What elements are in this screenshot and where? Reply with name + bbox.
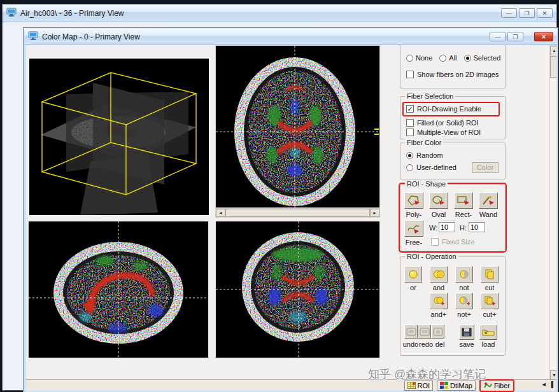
and-icon (432, 269, 445, 280)
poly-tool-button[interactable] (404, 192, 423, 209)
op-label: not+ (454, 311, 474, 318)
radio-icon (406, 55, 413, 62)
and-plus-icon (432, 295, 445, 307)
group-title: ROI - Operation (405, 253, 458, 260)
minimize-button[interactable]: — (501, 8, 517, 18)
minimize-button[interactable]: — (490, 32, 506, 41)
op-label: del (432, 340, 448, 348)
group-title: Fiber Selection (405, 92, 455, 100)
toolbar-grip-icon[interactable]: ▐ (549, 381, 553, 388)
sagittal-view-panel[interactable] (28, 221, 209, 358)
show-fibers-2d-checkbox[interactable]: Show fibers on 2D images (406, 71, 499, 78)
roi-or-button[interactable] (404, 266, 422, 283)
radio-icon (406, 152, 413, 159)
coronal-view-image (216, 221, 379, 358)
viewer-content: ◄ ► (26, 45, 556, 379)
radio-selected[interactable]: Selected (464, 54, 501, 62)
tool-label: Oval (427, 211, 450, 218)
roi-icon (407, 382, 416, 389)
roi-not-button[interactable] (455, 266, 473, 283)
fiber-selection-group: Fiber Selection ✓ ROI-Drawing Enable Fil… (400, 96, 506, 139)
colormap-window: Color Map - 0 - Primary View — ❐ ✕ (23, 27, 558, 392)
scroll-down-button[interactable]: ▼ (550, 370, 556, 379)
scroll-left-button[interactable]: ◄ (216, 209, 225, 217)
radio-all[interactable]: All (439, 54, 456, 62)
checkbox-icon (406, 71, 414, 78)
coronal-view-panel[interactable] (215, 221, 380, 358)
close-button[interactable]: ✕ (534, 32, 553, 41)
cut-plus-icon (483, 295, 496, 307)
dtimap-icon (440, 382, 448, 389)
desktop: Air_hc003\ - 36 - Primary View — ❐ ✕ Col… (0, 0, 559, 392)
colormap-window-icon (28, 31, 38, 42)
hscroll-track[interactable] (225, 209, 370, 217)
rect-tool-icon (456, 194, 471, 207)
height-label: H: (460, 224, 467, 232)
roi-cut-plus-button[interactable] (481, 293, 499, 309)
oval-tool-icon (431, 194, 446, 207)
tool-label: Poly- (402, 211, 425, 218)
not-icon (458, 269, 471, 280)
color-button[interactable]: Color (472, 162, 499, 173)
fiber-display-group: None All Selected Show fibers (400, 45, 506, 88)
close-button[interactable]: ✕ (537, 8, 553, 18)
fiber-toolbar-button[interactable]: Fiber (481, 381, 513, 391)
roi-load-button[interactable] (479, 325, 497, 340)
control-panel-scrollbar[interactable]: ▲ ▼ (549, 45, 556, 379)
scroll-right-button[interactable]: ► (370, 209, 379, 217)
toolbar-overflow-left-icon[interactable]: ◄ (541, 381, 547, 388)
tool-label: Wand (477, 211, 500, 218)
maximize-button[interactable]: ❐ (507, 32, 523, 41)
tool-label: Rect- (452, 211, 475, 218)
op-label: save (458, 340, 476, 348)
scroll-up-button[interactable]: ▲ (550, 46, 556, 55)
multiple-view-roi-checkbox[interactable]: Multiple-View of ROI (406, 129, 481, 136)
roi-and-plus-button[interactable] (430, 293, 448, 309)
vscroll-thumb[interactable] (550, 56, 556, 78)
op-label: or (403, 284, 423, 291)
roi-and-button[interactable] (430, 266, 448, 283)
tool-label: Free- (402, 239, 425, 246)
redo-icon (420, 328, 430, 336)
oval-tool-button[interactable] (429, 192, 448, 209)
cut-icon (483, 269, 496, 280)
op-label: not (454, 284, 474, 291)
axial-hscrollbar[interactable]: ◄ ► (215, 208, 380, 218)
radio-none[interactable]: None (406, 54, 432, 62)
main-window-titlebar[interactable]: Air_hc003\ - 36 - Primary View — ❐ ✕ (3, 4, 556, 22)
filled-roi-checkbox[interactable]: Filled (or Solid) ROI (406, 119, 479, 127)
freehand-tool-icon (406, 222, 421, 235)
view-3d-panel[interactable] (28, 57, 210, 216)
roi-del-button[interactable] (431, 325, 444, 339)
roi-not-plus-button[interactable] (455, 293, 473, 309)
colormap-titlebar[interactable]: Color Map - 0 - Primary View — ❐ ✕ (24, 29, 557, 45)
roi-save-button[interactable] (459, 325, 474, 340)
checkbox-icon: ✓ (406, 105, 414, 113)
save-icon (462, 328, 472, 337)
roi-shape-group: ROI - Shape Poly- Oval Rect- (400, 184, 506, 251)
radio-icon (406, 164, 413, 171)
roi-cut-button[interactable] (481, 266, 499, 283)
width-input[interactable] (439, 222, 455, 232)
roi-drawing-enable-checkbox[interactable]: ✓ ROI-Drawing Enable (406, 105, 481, 113)
polygon-tool-icon (406, 194, 421, 207)
roi-undo-button[interactable] (404, 325, 418, 339)
colormap-window-title: Color Map - 0 - Primary View (42, 32, 140, 41)
or-icon (407, 269, 420, 280)
fixed-size-checkbox[interactable]: Fixed Size (431, 238, 474, 246)
radio-user-defined[interactable]: User-defined (406, 164, 456, 171)
fiber-display-radios: None All Selected (406, 54, 500, 62)
free-tool-button[interactable] (404, 220, 423, 237)
rect-tool-button[interactable] (454, 192, 473, 209)
view-3d-image (29, 59, 209, 215)
axial-view-panel[interactable] (215, 45, 380, 208)
load-folder-icon (482, 328, 495, 337)
checkbox-icon (406, 119, 414, 127)
height-input[interactable] (469, 222, 485, 232)
wand-tool-button[interactable] (479, 192, 498, 209)
radio-random[interactable]: Random (406, 151, 443, 159)
maximize-button[interactable]: ❐ (519, 8, 535, 18)
roi-redo-button[interactable] (418, 325, 431, 339)
hscroll-thumb[interactable] (225, 209, 370, 217)
fiber-icon (484, 382, 492, 389)
